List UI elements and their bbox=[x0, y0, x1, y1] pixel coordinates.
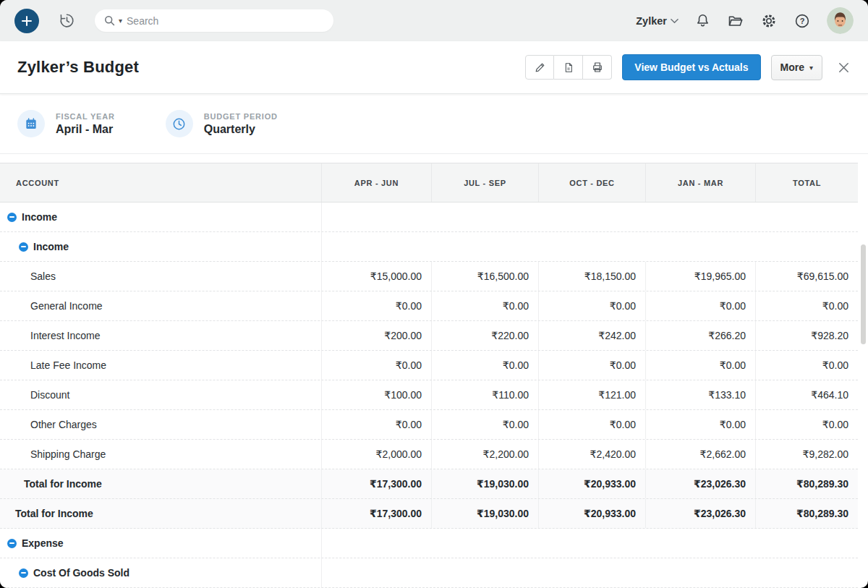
primary-button-label: View Budget vs Actuals bbox=[634, 61, 748, 73]
empty-cell bbox=[322, 529, 858, 558]
table-row: Total for Income₹17,300.00₹19,030.00₹20,… bbox=[0, 499, 858, 529]
account-cell: Late Fee Income bbox=[0, 351, 322, 380]
value-cell: ₹18,150.00 bbox=[539, 262, 646, 291]
value-cell: ₹80,289.30 bbox=[756, 499, 858, 528]
value-cell: ₹16,500.00 bbox=[432, 262, 539, 291]
account-cell: Income bbox=[0, 232, 322, 261]
budget-period-label: BUDGET PERIOD bbox=[204, 112, 278, 121]
table-row: Interest Income₹200.00₹220.00₹242.00₹266… bbox=[0, 321, 858, 351]
table-row: General Income₹0.00₹0.00₹0.00₹0.00₹0.00 bbox=[0, 291, 858, 321]
documents-button[interactable] bbox=[727, 12, 744, 30]
settings-button[interactable] bbox=[760, 12, 778, 30]
help-button[interactable]: ? bbox=[793, 12, 811, 30]
folder-icon bbox=[727, 12, 744, 30]
budget-period-value: Quarterly bbox=[204, 123, 278, 136]
printer-icon bbox=[591, 61, 604, 74]
view-budget-vs-actuals-button[interactable]: View Budget vs Actuals bbox=[622, 54, 760, 80]
value-cell: ₹0.00 bbox=[756, 410, 858, 439]
quick-create-button[interactable] bbox=[14, 9, 39, 33]
close-button[interactable] bbox=[837, 61, 851, 74]
icon-button-group bbox=[525, 55, 612, 80]
column-header-total: TOTAL bbox=[756, 163, 858, 202]
collapse-icon[interactable] bbox=[7, 213, 17, 222]
value-cell: ₹0.00 bbox=[539, 291, 646, 320]
account-cell: Expense bbox=[0, 529, 322, 558]
value-cell: ₹2,200.00 bbox=[432, 440, 539, 469]
value-cell: ₹2,662.00 bbox=[646, 440, 756, 469]
account-label: General Income bbox=[30, 300, 103, 312]
account-label: Expense bbox=[22, 537, 64, 549]
account-cell: Total for Income bbox=[0, 499, 322, 528]
account-label: Sales bbox=[30, 270, 56, 282]
budget-period-item: BUDGET PERIOD Quarterly bbox=[166, 110, 278, 137]
more-button[interactable]: More ▾ bbox=[771, 55, 822, 80]
search-bar[interactable]: ▾ bbox=[95, 9, 333, 32]
value-cell: ₹220.00 bbox=[432, 321, 539, 350]
print-button[interactable] bbox=[583, 55, 612, 80]
export-pdf-button[interactable] bbox=[554, 55, 583, 80]
collapse-icon[interactable] bbox=[7, 539, 17, 548]
table-row: Other Charges₹0.00₹0.00₹0.00₹0.00₹0.00 bbox=[0, 410, 858, 440]
collapse-icon[interactable] bbox=[19, 242, 28, 252]
edit-button[interactable] bbox=[525, 55, 554, 80]
value-cell: ₹2,420.00 bbox=[539, 440, 646, 469]
account-label: Total for Income bbox=[15, 508, 93, 519]
calendar-icon bbox=[17, 110, 45, 137]
search-scope-caret-icon[interactable]: ▾ bbox=[119, 17, 122, 25]
budget-meta: FISCAL YEAR April - Mar BUDGET PERIOD Qu… bbox=[0, 94, 868, 154]
account-label: Interest Income bbox=[30, 330, 101, 341]
org-name: Zylker bbox=[636, 15, 667, 27]
account-label: Cost Of Goods Sold bbox=[33, 567, 129, 579]
value-cell: ₹0.00 bbox=[322, 410, 432, 439]
table-row: Expense bbox=[0, 529, 858, 558]
column-header-q2: JUL - SEP bbox=[432, 163, 539, 202]
history-icon bbox=[58, 12, 76, 30]
value-cell: ₹928.20 bbox=[756, 321, 858, 350]
account-cell: Interest Income bbox=[0, 321, 322, 350]
value-cell: ₹242.00 bbox=[539, 321, 646, 350]
value-cell: ₹200.00 bbox=[322, 321, 432, 350]
value-cell: ₹17,300.00 bbox=[322, 499, 432, 528]
recent-history-button[interactable] bbox=[58, 12, 76, 30]
vertical-scrollbar[interactable] bbox=[861, 244, 866, 344]
value-cell: ₹20,933.00 bbox=[539, 499, 646, 528]
gear-icon bbox=[760, 12, 778, 30]
org-switcher[interactable]: Zylker bbox=[636, 15, 678, 27]
value-cell: ₹69,615.00 bbox=[756, 262, 858, 291]
value-cell: ₹266.20 bbox=[646, 321, 756, 350]
account-label: Shipping Charge bbox=[30, 448, 106, 460]
value-cell: ₹0.00 bbox=[646, 351, 756, 380]
collapse-icon[interactable] bbox=[19, 568, 28, 578]
table-row: Discount₹100.00₹110.00₹121.00₹133.10₹464… bbox=[0, 380, 858, 410]
table-body: IncomeIncomeSales₹15,000.00₹16,500.00₹18… bbox=[0, 203, 858, 588]
page-title: Zylker’s Budget bbox=[17, 58, 139, 77]
account-cell: Income bbox=[0, 203, 322, 231]
fiscal-year-text: FISCAL YEAR April - Mar bbox=[56, 112, 115, 136]
topbar: ▾ Zylker bbox=[0, 0, 868, 41]
more-button-label: More bbox=[780, 61, 804, 73]
svg-text:?: ? bbox=[800, 17, 805, 25]
value-cell: ₹133.10 bbox=[646, 380, 756, 409]
pencil-icon bbox=[534, 61, 546, 74]
value-cell: ₹17,300.00 bbox=[322, 469, 432, 498]
search-icon bbox=[103, 14, 116, 27]
value-cell: ₹19,030.00 bbox=[432, 499, 539, 528]
value-cell: ₹2,000.00 bbox=[322, 440, 432, 469]
column-header-q1: APR - JUN bbox=[322, 163, 432, 202]
value-cell: ₹0.00 bbox=[756, 351, 858, 380]
table-row: Income bbox=[0, 232, 858, 262]
account-label: Income bbox=[33, 241, 69, 252]
value-cell: ₹19,965.00 bbox=[646, 262, 756, 291]
notifications-button[interactable] bbox=[694, 12, 711, 29]
column-header-account: ACCOUNT bbox=[0, 163, 322, 202]
value-cell: ₹0.00 bbox=[756, 291, 858, 320]
bell-icon bbox=[694, 12, 711, 29]
search-input[interactable] bbox=[127, 15, 293, 27]
value-cell: ₹9,282.00 bbox=[756, 440, 858, 469]
user-avatar[interactable] bbox=[827, 7, 854, 34]
account-cell: Shipping Charge bbox=[0, 440, 322, 469]
empty-cell bbox=[322, 558, 858, 587]
column-header-q3: OCT - DEC bbox=[539, 163, 646, 202]
avatar-image bbox=[827, 7, 854, 34]
fiscal-year-item: FISCAL YEAR April - Mar bbox=[17, 110, 115, 137]
